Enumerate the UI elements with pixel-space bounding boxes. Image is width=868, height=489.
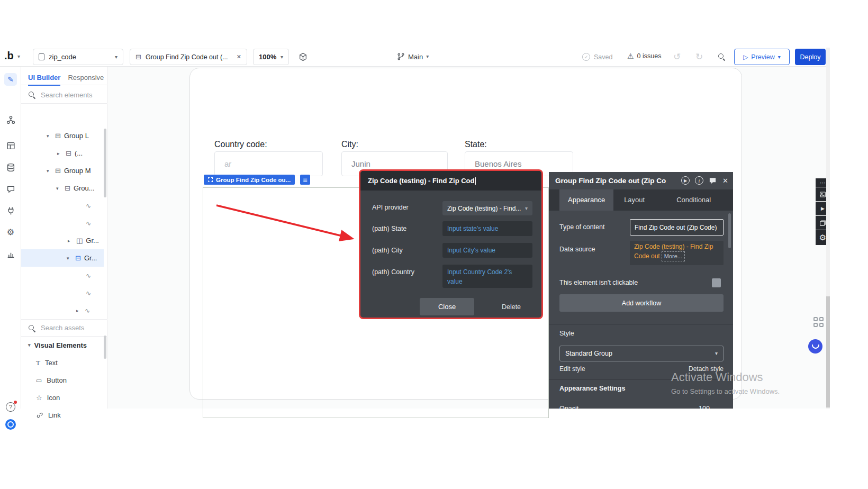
- chat-tab-icon[interactable]: [0, 185, 21, 194]
- zoom-selector[interactable]: 100% ▾: [253, 49, 289, 65]
- open-element-tab[interactable]: ⊟ Group Find Zip Code out (... ✕: [130, 49, 247, 65]
- caret-right-icon[interactable]: ▸: [57, 151, 62, 156]
- palette-item-button[interactable]: ▭ Button: [21, 372, 107, 389]
- edit-style-link[interactable]: Edit style: [559, 365, 585, 373]
- tab-conditional[interactable]: Conditional: [668, 189, 719, 211]
- window-scrollbar[interactable]: [826, 48, 830, 409]
- database-tab-icon[interactable]: [0, 163, 21, 172]
- property-scrollbar-thumb[interactable]: [728, 213, 731, 248]
- plugins-tab-icon[interactable]: [0, 206, 21, 215]
- search-assets-box[interactable]: [21, 319, 107, 337]
- logs-tab-icon[interactable]: [0, 250, 21, 259]
- panel-tabs: UI Builder Responsive: [21, 70, 107, 85]
- selected-group-chip[interactable]: Group Find Zip Code ou...: [204, 175, 295, 185]
- group-icon: ⊟: [135, 53, 141, 60]
- tree-item[interactable]: ▾ ⊟ Grou...: [21, 179, 104, 197]
- caret-down-icon[interactable]: ▾: [47, 168, 52, 174]
- close-panel-icon[interactable]: ✕: [722, 177, 728, 185]
- caret-down-icon[interactable]: ▾: [56, 186, 61, 191]
- palette-item-label: Text: [45, 359, 58, 367]
- components-tab-icon[interactable]: [0, 141, 21, 150]
- preview-button[interactable]: ▷ Preview ▾: [734, 49, 790, 65]
- search-elements-box[interactable]: [21, 86, 107, 104]
- tree-item-label: Gr...: [84, 254, 97, 262]
- panel-scrollbar-thumb[interactable]: [104, 336, 106, 359]
- tree-item[interactable]: ▸ ◫ Gr...: [21, 232, 104, 249]
- tree-item[interactable]: ∿: [21, 267, 104, 284]
- group-data-icon[interactable]: ≣: [300, 175, 310, 185]
- help-icon[interactable]: ?: [6, 402, 15, 412]
- path-state-field[interactable]: Input state's value: [442, 221, 532, 236]
- caret-right-icon[interactable]: ▸: [76, 308, 82, 313]
- tree-item-selected[interactable]: ▾ ⊟ Gr...: [21, 249, 104, 267]
- preview-element-icon[interactable]: ▶: [681, 176, 690, 185]
- window-scrollbar-thumb[interactable]: [826, 296, 830, 408]
- tab-close-icon[interactable]: ✕: [237, 54, 241, 60]
- comment-icon[interactable]: [709, 177, 717, 185]
- type-of-content-input[interactable]: Find Zip Code out (Zip Code): [630, 219, 724, 236]
- tab-responsive[interactable]: Responsive: [68, 74, 104, 82]
- palette-item-icon[interactable]: ☆ Icon: [21, 389, 107, 406]
- palette-item-text[interactable]: T Text: [21, 354, 107, 372]
- data-source-value[interactable]: Zip Code (testing) - Find Zip Code outMo…: [630, 241, 724, 265]
- add-workflow-button[interactable]: Add workflow: [559, 294, 724, 312]
- preview-label: Preview: [751, 53, 774, 61]
- style-dropdown[interactable]: Standard Group ▾: [559, 346, 724, 361]
- tree-item[interactable]: ▸ ∿: [21, 302, 104, 319]
- clickable-checkbox[interactable]: [712, 278, 721, 287]
- version-badge-icon[interactable]: [5, 419, 16, 430]
- columns-icon: ◫: [76, 237, 83, 244]
- caret-down-icon[interactable]: ▾: [47, 133, 52, 139]
- apps-grid-icon[interactable]: [813, 317, 824, 327]
- assistant-bot-icon[interactable]: [808, 339, 822, 354]
- api-provider-dropdown[interactable]: Zip Code (testing) - Find... ▾: [442, 201, 532, 215]
- redo-icon[interactable]: ↻: [695, 51, 703, 62]
- opacity-value[interactable]: 100: [699, 405, 710, 409]
- country-code-input[interactable]: [214, 151, 323, 176]
- design-tab-icon[interactable]: ✎: [4, 73, 17, 86]
- tab-appearance[interactable]: Appearance: [559, 189, 613, 211]
- more-chip[interactable]: More...: [662, 251, 685, 261]
- caret-right-icon[interactable]: ▸: [68, 238, 73, 243]
- path-country-field[interactable]: Input Country Code 2's value: [442, 265, 532, 288]
- tree-item[interactable]: ∿: [21, 197, 104, 214]
- caret-down-icon[interactable]: ▾: [67, 256, 72, 261]
- dialog-delete-button[interactable]: Delete: [487, 298, 535, 315]
- button-element-icon: ▭: [36, 377, 42, 384]
- visual-elements-header[interactable]: ▾ Visual Elements: [21, 337, 107, 354]
- property-editor-header[interactable]: Group Find Zip Code out (Zip Co: [549, 172, 733, 189]
- palette-item-link[interactable]: Link: [21, 406, 107, 424]
- tab-ui-builder[interactable]: UI Builder: [28, 74, 60, 86]
- component-library-icon[interactable]: [299, 52, 308, 61]
- dialog-title: Zip Code (testing) - Find Zip Cod: [368, 177, 474, 185]
- api-provider-dialog: Zip Code (testing) - Find Zip Cod API pr…: [359, 169, 543, 319]
- page-icon: [39, 53, 44, 60]
- top-toolbar: .b ▾ zip_code ▾ ⊟ Group Find Zip Code ou…: [0, 48, 830, 67]
- deploy-button[interactable]: Deploy: [795, 49, 826, 65]
- tree-item-group-m[interactable]: ▾ ⊟ Group M: [21, 162, 104, 179]
- app-selector[interactable]: zip_code ▾: [33, 49, 123, 65]
- group-icon: ⊟: [75, 255, 81, 261]
- info-icon[interactable]: i: [695, 176, 703, 185]
- tree-item[interactable]: ∿: [21, 284, 104, 302]
- tree-item[interactable]: ▸ ⊟ (...: [21, 144, 104, 162]
- branch-selector[interactable]: Main ▾: [397, 52, 429, 61]
- tree-item-group-l[interactable]: ▾ ⊟ Group L: [21, 127, 104, 144]
- path-city-field[interactable]: Input City's value: [442, 243, 532, 258]
- workflow-tab-icon[interactable]: [0, 115, 21, 124]
- annotation-arrow: [209, 200, 368, 250]
- dialog-header[interactable]: Zip Code (testing) - Find Zip Cod: [360, 171, 541, 191]
- dialog-close-button[interactable]: Close: [420, 298, 474, 315]
- bubble-logo[interactable]: .b: [4, 50, 14, 62]
- search-icon: [28, 91, 35, 98]
- palette-item-label: Icon: [47, 394, 60, 402]
- tree-item[interactable]: ∿: [21, 214, 104, 232]
- search-assets-input[interactable]: [40, 323, 98, 332]
- panel-scrollbar-thumb[interactable]: [104, 129, 106, 197]
- issues-indicator[interactable]: ⚠ 0 issues: [627, 52, 661, 60]
- logo-caret-icon[interactable]: ▾: [17, 54, 20, 59]
- undo-icon[interactable]: ↺: [673, 51, 681, 62]
- search-elements-input[interactable]: [40, 90, 98, 99]
- tab-layout[interactable]: Layout: [616, 189, 653, 211]
- settings-tab-icon[interactable]: ⚙: [0, 227, 21, 237]
